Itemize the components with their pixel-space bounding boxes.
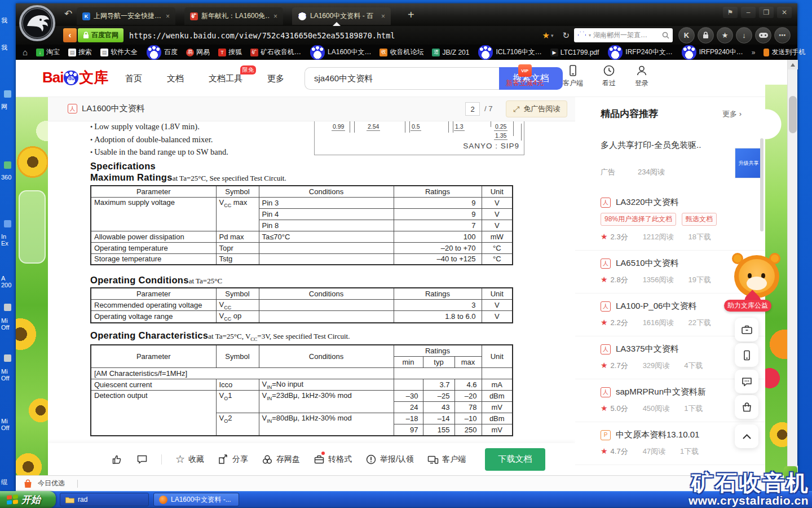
desktop-icon[interactable]	[4, 354, 11, 362]
tab-close-icon[interactable]: ×	[273, 12, 277, 20]
refresh-icon[interactable]: ↻	[562, 30, 570, 41]
skin-button[interactable]: ⚑	[723, 7, 738, 18]
downloads-button[interactable]: ↓	[736, 27, 752, 43]
browser-scrollbar[interactable]	[787, 60, 797, 475]
scroll-up-icon[interactable]	[788, 60, 798, 69]
desktop-icon-label[interactable]: In Ex	[1, 233, 8, 247]
bookmark-item[interactable]: LA1600中文…	[310, 45, 371, 60]
bookmark-item[interactable]: IRFP240中文…	[607, 45, 672, 60]
scroll-down-icon[interactable]	[788, 466, 798, 475]
wenku-search-input[interactable]	[304, 67, 499, 90]
bookmark-item[interactable]: 道JB/Z 201	[432, 49, 469, 56]
taskbar-task-rad[interactable]: rad	[60, 493, 149, 506]
share-button[interactable]: 分享	[218, 454, 248, 465]
desktop-icon[interactable]	[4, 90, 11, 98]
desktop-icon-label[interactable]: 360	[1, 174, 11, 181]
k-extension-button[interactable]: K	[678, 27, 695, 43]
send-to-phone-button[interactable]: 发送到手机	[764, 47, 805, 57]
history-back-icon[interactable]: ↶	[64, 8, 72, 20]
charity-badge[interactable]: 助力文库公益	[724, 300, 771, 312]
back-button[interactable]: ‹	[63, 28, 77, 42]
desktop-icon-label[interactable]: A 200	[1, 275, 11, 288]
download-doc-button[interactable]: 下载文档	[485, 448, 545, 471]
bookmark-item[interactable]: ▤软件大全	[100, 47, 138, 57]
nav-docs[interactable]: 文档	[167, 73, 184, 84]
history-viewed[interactable]: 看过	[602, 64, 616, 88]
security-badge[interactable]: 百度官网	[78, 28, 123, 42]
client-button[interactable]: 客户端	[427, 454, 466, 465]
lock-safe-button[interactable]	[698, 27, 714, 43]
nav-home[interactable]: 首页	[125, 73, 142, 84]
item-title[interactable]: LA100-P_06中文资料	[616, 301, 696, 312]
comment-button[interactable]	[136, 454, 148, 465]
vip-offer[interactable]: VIP新客立减4元	[506, 64, 544, 88]
desktop-icon[interactable]	[4, 220, 11, 227]
ad-free-reading-button[interactable]: ⤢ 免广告阅读	[506, 100, 567, 117]
tab-close-icon[interactable]: ×	[381, 12, 385, 20]
bookmark-item[interactable]: IRFP9240中…	[681, 45, 743, 60]
games-button[interactable]	[755, 27, 771, 43]
maximize-button[interactable]: ❐	[759, 7, 774, 18]
bookmark-item[interactable]: ICL7106中文…	[478, 45, 541, 60]
item-title[interactable]: LA3220中文资料	[616, 197, 679, 208]
page-number-input[interactable]: 2	[465, 102, 480, 116]
mobile-float-button[interactable]	[735, 343, 758, 367]
favorite-button[interactable]: ☆收藏	[175, 454, 204, 465]
new-tab-button[interactable]: +	[408, 9, 414, 20]
bookmark-item[interactable]: 收收音机论坛	[379, 47, 423, 57]
sidebar-ad[interactable]: 多人共享打印-全员免装驱.. 广告 234阅读	[601, 140, 747, 177]
bookmark-item[interactable]: ↓淘宝	[36, 47, 60, 57]
client-download[interactable]: 客户端	[563, 64, 583, 88]
login-button[interactable]: 登录	[635, 64, 648, 88]
desktop-icon-label[interactable]: Mi Off	[1, 418, 9, 431]
bookmark-caret-icon[interactable]: ▾	[551, 33, 554, 38]
menu-more-button[interactable]: ⋯	[774, 27, 791, 43]
nav-more[interactable]: 更多	[267, 73, 284, 84]
bookmarks-overflow-icon[interactable]: »	[752, 49, 756, 56]
desktop-icon-label[interactable]: 网	[1, 103, 7, 110]
sidebar-scrollbar[interactable]	[760, 138, 764, 231]
tab-close-icon[interactable]: ×	[166, 12, 170, 20]
bookmark-item[interactable]: ▶LTC1799.pdf	[550, 49, 599, 56]
desktop-icon-label[interactable]: 我	[1, 44, 7, 51]
desktop-icon-label[interactable]: 我	[1, 17, 7, 24]
save-to-cloud-button[interactable]: 存网盘	[262, 454, 300, 465]
item-title[interactable]: LA3375中文资料	[616, 344, 679, 354]
search-icon[interactable]	[662, 32, 669, 39]
back-to-top-button[interactable]	[735, 424, 758, 448]
feedback-float-button[interactable]	[735, 370, 758, 393]
taskbar-task-browser[interactable]: LA1600中文资料 -...	[153, 493, 239, 506]
desktop-icon-label[interactable]: 绲	[1, 479, 7, 485]
bookmark-item[interactable]: 矿矿石收音机…	[250, 47, 301, 57]
url-field[interactable]: https://wenku.baidu.com/view/752c4316650…	[129, 31, 537, 40]
toolbar-search-box[interactable]: ▾	[574, 28, 673, 42]
convert-format-button[interactable]: 转格式	[314, 454, 352, 465]
desktop-icon[interactable]	[4, 304, 11, 311]
engine-caret-icon[interactable]: ▾	[589, 33, 591, 38]
like-button[interactable]	[112, 454, 123, 465]
bookmark-star-icon[interactable]: ★	[542, 30, 549, 41]
tab-forum-thread[interactable]: 矿 新年献礼：LA1600免… ×	[184, 7, 283, 25]
item-title[interactable]: LA6510中文资料	[616, 258, 679, 269]
home-icon[interactable]: ⌂	[23, 47, 28, 57]
browser-logo[interactable]	[19, 5, 56, 42]
toolbox-float-button[interactable]	[735, 318, 758, 341]
nav-doc-tools[interactable]: 文档工具限免	[209, 73, 242, 84]
list-item[interactable]: 人LA3220中文资料 98%用户选择了此文档甄选文档 ★2.3分1212阅读1…	[575, 190, 765, 251]
scrollbar-thumb[interactable]	[789, 96, 797, 133]
wenku-logo[interactable]: Bai du 文库	[42, 68, 108, 87]
start-button[interactable]: 开始	[0, 491, 56, 508]
bookmark-item[interactable]: 易网易	[186, 47, 210, 57]
desktop-icon-label[interactable]: Mi Off	[1, 368, 9, 382]
tab-nav-site[interactable]: K 上网导航一安全快捷… ×	[77, 7, 175, 25]
bookmark-item[interactable]: T搜狐	[218, 47, 242, 57]
close-button[interactable]: ✕	[777, 7, 792, 18]
baidu-search-engine-icon[interactable]	[578, 32, 586, 40]
desktop-icon[interactable]	[4, 161, 11, 169]
status-deal-label[interactable]: 今日优选	[38, 479, 65, 488]
rewards-float-button[interactable]	[735, 395, 758, 419]
desktop-icon-label[interactable]: Mi Off	[1, 317, 9, 331]
tab-active-wenku[interactable]: LA1600中文资料 - 百 ×	[292, 7, 391, 25]
ad-thumbnail[interactable]: 升级共享	[735, 148, 762, 178]
toolbar-search-input[interactable]	[593, 32, 660, 40]
